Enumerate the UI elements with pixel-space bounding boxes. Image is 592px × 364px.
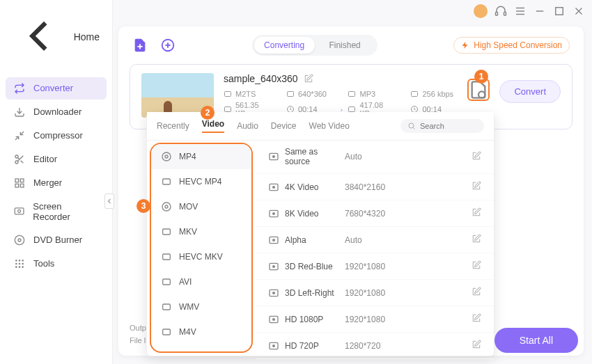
sidebar-item-editor[interactable]: Editor xyxy=(6,148,107,171)
res-item[interactable]: HD 1080P1920*1080 xyxy=(256,306,494,333)
sidebar-item-converter[interactable]: Converter xyxy=(6,77,107,100)
res-item[interactable]: AlphaAuto xyxy=(256,227,494,253)
edit-preset-icon[interactable] xyxy=(472,234,481,246)
hevc-icon xyxy=(161,251,172,262)
convert-button[interactable]: Convert xyxy=(499,80,561,103)
svg-rect-53 xyxy=(163,229,171,235)
minimize-icon[interactable] xyxy=(533,5,546,17)
merge-icon xyxy=(14,177,25,189)
target-icon xyxy=(161,201,172,212)
sidebar-item-screen-recorder[interactable]: Screen Recorder xyxy=(6,196,107,228)
svg-line-16 xyxy=(17,157,20,159)
svg-rect-6 xyxy=(556,8,563,15)
sidebar-item-dvd-burner[interactable]: DVD Burner xyxy=(6,229,107,251)
svg-line-11 xyxy=(15,136,19,140)
sidebar-home[interactable]: Home xyxy=(0,0,112,74)
format-item-mov[interactable]: MOV xyxy=(151,194,251,219)
scissors-icon xyxy=(14,154,25,165)
svg-point-49 xyxy=(165,155,168,158)
add-file-icon[interactable] xyxy=(132,38,148,53)
high-speed-badge[interactable]: High Speed Conversion xyxy=(453,37,570,54)
svg-line-47 xyxy=(413,127,414,129)
svg-point-45 xyxy=(478,91,485,97)
headset-icon[interactable] xyxy=(494,5,507,17)
svg-point-33 xyxy=(22,267,23,267)
start-all-button[interactable]: Start All xyxy=(494,328,578,353)
sidebar-item-compressor[interactable]: Compressor xyxy=(6,125,107,147)
display-icon xyxy=(268,208,279,219)
download-icon xyxy=(14,106,25,118)
hevc-icon xyxy=(161,176,172,187)
sidebar-label: Merger xyxy=(33,177,62,188)
svg-line-15 xyxy=(21,160,24,163)
tab-finished[interactable]: Finished xyxy=(315,37,375,54)
res-item[interactable]: 8K Video7680*4320 xyxy=(256,200,494,227)
format-item-wmv[interactable]: WMV xyxy=(151,294,251,319)
close-icon[interactable] xyxy=(572,5,585,17)
edit-preset-icon[interactable] xyxy=(472,287,481,299)
collapse-sidebar[interactable] xyxy=(104,193,114,209)
video-icon xyxy=(348,90,356,98)
svg-rect-1 xyxy=(504,13,506,16)
svg-point-30 xyxy=(22,263,23,264)
svg-point-51 xyxy=(162,203,171,211)
menu-icon[interactable] xyxy=(514,5,527,17)
svg-rect-20 xyxy=(15,184,19,187)
compress-icon xyxy=(14,130,25,141)
target-icon xyxy=(161,151,172,162)
format-item-mp4[interactable]: MP4 xyxy=(151,144,251,169)
film-icon xyxy=(161,226,172,237)
user-avatar[interactable] xyxy=(474,4,488,18)
svg-point-27 xyxy=(22,260,23,260)
svg-point-65 xyxy=(273,239,275,241)
res-item[interactable]: 3D Left-Right1920*1080 xyxy=(256,280,494,306)
format-item-avi[interactable]: AVI xyxy=(151,269,251,294)
home-label: Home xyxy=(74,31,100,42)
res-item[interactable]: 4K Video3840*2160 xyxy=(256,174,494,200)
lightning-icon xyxy=(461,41,469,49)
format-item-mkv[interactable]: MKV xyxy=(151,219,251,244)
svg-point-22 xyxy=(18,209,21,212)
edit-preset-icon[interactable] xyxy=(472,181,481,193)
res-item[interactable]: 3D Red-Blue1920*1080 xyxy=(256,253,494,280)
format-item-hevcmkv[interactable]: HEVC MKV xyxy=(151,244,251,269)
svg-rect-21 xyxy=(15,208,24,214)
popup-tab-audio[interactable]: Audio xyxy=(237,121,258,131)
res-item[interactable]: Same as sourceAuto xyxy=(256,140,494,174)
res-icon xyxy=(286,90,295,98)
sidebar-label: Downloader xyxy=(33,106,81,117)
sidebar-item-tools[interactable]: Tools xyxy=(6,253,107,275)
format-item-m4v[interactable]: M4V xyxy=(151,319,251,345)
edit-preset-icon[interactable] xyxy=(472,151,481,163)
tab-converting[interactable]: Converting xyxy=(254,37,315,54)
edit-preset-icon[interactable] xyxy=(472,340,481,351)
search-icon xyxy=(407,122,416,130)
sidebar-item-merger[interactable]: Merger xyxy=(6,172,107,194)
popup-tab-webvideo[interactable]: Web Video xyxy=(309,121,350,131)
display-icon xyxy=(268,287,279,299)
callout-1: 1 xyxy=(474,70,488,84)
edit-title-icon[interactable] xyxy=(304,74,313,84)
add-folder-icon[interactable] xyxy=(160,38,176,53)
svg-rect-42 xyxy=(412,92,418,97)
maximize-icon[interactable] xyxy=(553,5,566,17)
popup-tab-video[interactable]: Video xyxy=(202,119,224,133)
record-icon xyxy=(14,206,24,217)
edit-preset-icon[interactable] xyxy=(472,313,481,325)
popup-tab-device[interactable]: Device xyxy=(271,121,297,131)
popup-tab-recently[interactable]: Recently xyxy=(157,121,189,131)
search-input[interactable] xyxy=(420,122,476,130)
sidebar-item-downloader[interactable]: Downloader xyxy=(6,101,107,123)
display-icon xyxy=(268,261,279,272)
svg-point-28 xyxy=(16,263,17,264)
res-item[interactable]: HD 720P1280*720 xyxy=(256,333,494,359)
format-popup: Recently Video Audio Device Web Video MP… xyxy=(146,113,494,356)
svg-point-61 xyxy=(273,186,275,188)
edit-preset-icon[interactable] xyxy=(472,260,481,272)
format-item-hevcmp4[interactable]: HEVC MP4 xyxy=(151,169,251,194)
sidebar-label: Converter xyxy=(33,83,73,93)
edit-preset-icon[interactable] xyxy=(472,207,481,219)
sidebar-label: Screen Recorder xyxy=(33,201,98,222)
svg-point-67 xyxy=(273,265,275,267)
popup-search[interactable] xyxy=(400,119,484,133)
